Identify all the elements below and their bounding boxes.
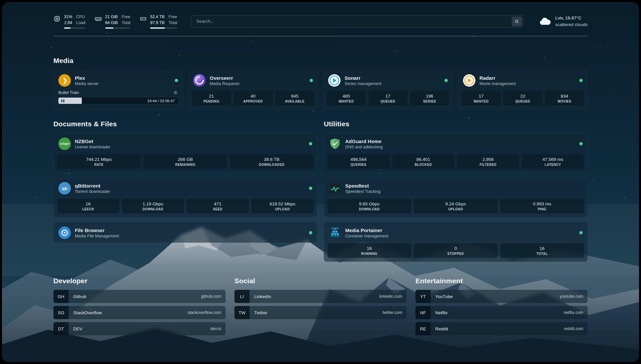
filebrowser-icon — [58, 227, 71, 239]
stat-label: APPROVED — [235, 100, 271, 103]
stat-value: 945 — [277, 94, 313, 99]
stat-box: 834MOVIES — [545, 91, 584, 106]
cpu-icon — [53, 15, 61, 22]
adguard-icon — [329, 137, 341, 150]
pause-icon[interactable] — [61, 99, 64, 102]
stat-value: 471 — [188, 201, 248, 206]
stat-box: 86,401BLOCKED — [392, 154, 455, 169]
search-provider-button[interactable]: G — [512, 16, 522, 26]
status-dot-filebrowser — [309, 231, 312, 234]
weather-widget: Lviv, 16.87°C scattered clouds — [538, 15, 588, 28]
stat-box: 744.21 MbpsRATE — [57, 154, 141, 169]
nzbget-icon-text: nzbget — [60, 142, 70, 145]
bookmark-name: LinkedIn — [254, 294, 271, 299]
memory-total-value: 64 GiB — [105, 20, 118, 26]
nzbget-link[interactable]: nzbget NZBGet Usenet downloader — [54, 133, 317, 153]
radarr-link[interactable]: Radarr Movie management — [458, 70, 587, 90]
nzbget-icon: nzbget — [58, 137, 71, 150]
speedtest-link[interactable]: Speedtest Speedtest Tracking — [324, 178, 587, 198]
qbittorrent-link[interactable]: qb qBittorrent Torrent downloader — [54, 178, 317, 198]
service-desc-nzbget: Usenet downloader — [75, 145, 110, 149]
bookmark-abbr: DT — [53, 322, 69, 335]
status-dot-adguard — [579, 142, 583, 145]
stat-label: STOPPED — [415, 252, 496, 256]
bookmark-group-title: Developer — [53, 277, 226, 285]
stat-value: 0.993 ms — [502, 201, 583, 206]
bookmark-url: stackoverflow.com — [188, 310, 221, 315]
stat-label: WANTED — [463, 100, 499, 103]
stat-value: 47.569 ms — [523, 157, 583, 162]
bookmark-stackoverflow[interactable]: SO StackOverflow stackoverflow.com — [53, 306, 226, 319]
stat-value: 0 — [415, 246, 496, 251]
service-desc-plex: Media server — [75, 81, 99, 86]
bookmark-twitter[interactable]: TW Twitter twitter.com — [234, 306, 407, 319]
bookmark-reddit[interactable]: RE Reddit reddit.com — [415, 322, 588, 335]
stat-box: 9.24 GbpsUPLOAD — [414, 199, 498, 213]
stat-value: 618.52 Mbps — [253, 201, 313, 206]
stat-value: 266 GB — [145, 157, 226, 162]
service-name-filebrowser: File Browser — [75, 228, 119, 233]
bookmark-linkedin[interactable]: LI LinkedIn linkedin.com — [234, 290, 407, 303]
service-desc-radarr: Movie management — [479, 81, 516, 86]
stat-value: 17 — [370, 94, 406, 99]
search-bar: G — [191, 15, 523, 28]
filebrowser-link[interactable]: File Browser Media File Management — [54, 222, 317, 242]
bookmark-abbr: TW — [234, 306, 250, 319]
overseerr-link[interactable]: Overseerr Media Requests — [189, 70, 318, 90]
service-card-radarr: Radarr Movie management 17WANTED 22QUEUE… — [458, 70, 588, 109]
stat-box: 17WANTED — [462, 91, 501, 106]
bookmark-name: DEV — [73, 326, 82, 331]
adguard-link[interactable]: AdGuard Home DNS and adblocking — [324, 133, 587, 153]
stat-value: 196 — [412, 94, 448, 99]
service-desc-speedtest: Speedtest Tracking — [345, 189, 381, 194]
service-desc-filebrowser: Media File Management — [75, 234, 119, 238]
service-card-sonarr: Sonarr Series management 485WANTED 17QUE… — [323, 70, 453, 109]
memory-progress-fill — [105, 27, 113, 29]
bookmark-group-title: Social — [234, 277, 407, 285]
stat-label: DOWNLOADED — [231, 163, 312, 167]
stat-label: LEECH — [58, 207, 118, 211]
disk-free-value: 52.4 TB — [150, 14, 165, 20]
gear-icon[interactable] — [173, 90, 178, 95]
stat-box: 485WANTED — [327, 91, 366, 106]
weather-location: Lviv, 16.87°C — [555, 15, 588, 21]
search-input[interactable] — [192, 19, 511, 24]
bookmark-url: linkedin.com — [380, 294, 402, 299]
stat-value: 1.19 Gbps — [123, 201, 183, 206]
stat-box: 16RUNNING — [327, 243, 411, 258]
stat-label: AVAILABLE — [277, 100, 313, 103]
dashboard-viewport: 31% 2.94 CPU Load — [2, 2, 639, 362]
stat-label: MOVIES — [546, 100, 583, 103]
bookmark-abbr: LI — [234, 290, 250, 303]
qbittorrent-icon: qb — [58, 182, 71, 195]
playback-progress-bar[interactable]: 24:44 / 02:06:47 — [58, 98, 178, 104]
bookmark-netflix[interactable]: NF Netflix netflix.com — [415, 306, 588, 319]
bookmark-url: dev.to — [210, 326, 221, 331]
status-dot-radarr — [579, 79, 583, 82]
bookmark-youtube[interactable]: YT YouTube youtube.com — [415, 290, 588, 303]
stat-box: 0STOPPED — [414, 243, 498, 258]
service-card-overseerr: Overseerr Media Requests 21PENDING 40APP… — [188, 70, 318, 109]
memory-free-value: 21 GiB — [105, 14, 118, 20]
stat-value: 485 — [328, 94, 364, 99]
stat-value: 9.24 Gbps — [415, 201, 496, 206]
section-title-media: Media — [53, 57, 588, 65]
stat-box: 266 GBREMAINING — [143, 154, 227, 169]
service-card-adguard: AdGuard Home DNS and adblocking 498,564Q… — [324, 133, 588, 173]
sonarr-link[interactable]: Sonarr Series management — [323, 70, 452, 90]
stat-value: 16 — [329, 246, 410, 251]
stat-box: 471SEED — [187, 199, 249, 213]
stat-box: 47.569 msLATENCY — [522, 154, 584, 169]
bookmark-github[interactable]: GH Github github.com — [53, 290, 226, 303]
service-name-speedtest: Speedtest — [345, 183, 381, 189]
bookmark-abbr: SO — [53, 306, 69, 319]
stat-label: UPLOAD — [253, 207, 313, 211]
qbittorrent-icon-text: qb — [62, 186, 68, 191]
cpu-widget: 31% 2.94 CPU Load — [53, 14, 85, 29]
cpu-load-label: Load — [76, 20, 85, 26]
portainer-link[interactable]: Media Portainer Container management — [324, 222, 587, 242]
bookmark-dev[interactable]: DT DEV dev.to — [53, 322, 226, 335]
weather-condition: scattered clouds — [555, 21, 588, 28]
plex-link[interactable]: ❯ Plex Media server — [54, 70, 183, 90]
service-card-filebrowser: File Browser Media File Management — [53, 222, 317, 243]
